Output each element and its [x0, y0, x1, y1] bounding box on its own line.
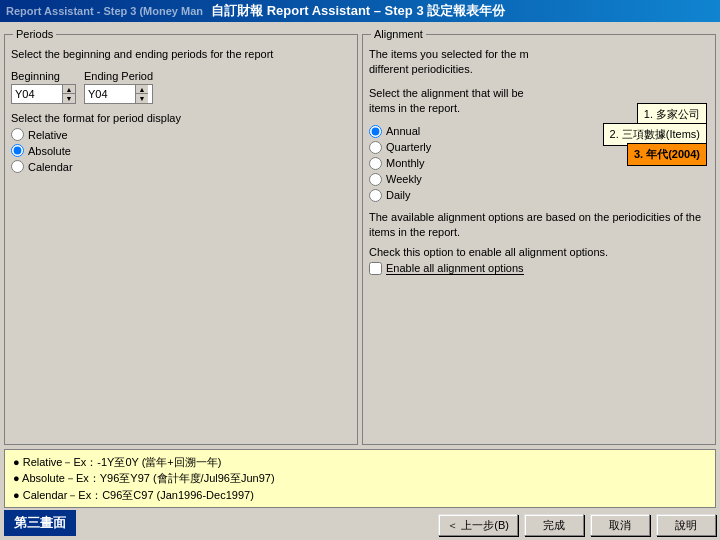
check-description: Check this option to enable all alignmen… [369, 246, 709, 258]
beginning-spin-up[interactable]: ▲ [63, 85, 75, 94]
title-left: Report Assistant - Step 3 (Money Man [6, 5, 203, 17]
help-button[interactable]: 說明 [656, 514, 716, 536]
avail-text: The available alignment options are base… [369, 210, 709, 241]
alignment-description: The items you selected for the mdifferen… [369, 47, 709, 78]
annual-label[interactable]: Annual [386, 125, 420, 137]
title-right: 自訂財報 Report Assistant – Step 3 設定報表年份 [211, 2, 505, 20]
format-label: Select the format for period display [11, 112, 351, 124]
info-area: ● Relative－Ex：-1Y至0Y (當年+回溯一年) ● Absolut… [4, 449, 716, 509]
relative-radio[interactable] [11, 128, 24, 141]
info-row-2: ● Absolute－Ex：Y96至Y97 (會計年度/Jul96至Jun97) [13, 470, 707, 487]
corner-label: 第三畫面 [4, 510, 76, 536]
back-button[interactable]: ＜ 上一步(B) [438, 514, 518, 536]
daily-label[interactable]: Daily [386, 189, 410, 201]
info-row-1: ● Relative－Ex：-1Y至0Y (當年+回溯一年) [13, 454, 707, 471]
quarterly-radio[interactable] [369, 141, 382, 154]
absolute-radio[interactable] [11, 144, 24, 157]
beginning-spin-down[interactable]: ▼ [63, 94, 75, 103]
beginning-input[interactable] [12, 85, 62, 103]
annual-radio[interactable] [369, 125, 382, 138]
ending-label: Ending Period [84, 70, 153, 82]
cancel-button[interactable]: 取消 [590, 514, 650, 536]
button-row: ＜ 上一步(B) 完成 取消 說明 [4, 514, 716, 536]
ending-spin-up[interactable]: ▲ [136, 85, 148, 94]
calendar-label[interactable]: Calendar [28, 161, 73, 173]
absolute-label[interactable]: Absolute [28, 145, 71, 157]
ending-input[interactable] [85, 85, 135, 103]
ending-spin-down[interactable]: ▼ [136, 94, 148, 103]
weekly-radio[interactable] [369, 173, 382, 186]
monthly-radio[interactable] [369, 157, 382, 170]
enable-all-label[interactable]: Enable all alignment options [386, 262, 524, 275]
periods-description: Select the beginning and ending periods … [11, 47, 351, 62]
periods-panel-title: Periods [13, 28, 56, 40]
format-radio-group: Relative Absolute Calendar [11, 128, 351, 173]
quarterly-label[interactable]: Quarterly [386, 141, 431, 153]
daily-radio[interactable] [369, 189, 382, 202]
finish-button[interactable]: 完成 [524, 514, 584, 536]
monthly-label[interactable]: Monthly [386, 157, 425, 169]
enable-all-checkbox[interactable] [369, 262, 382, 275]
info-row-3: ● Calendar－Ex：C96至C97 (Jan1996-Dec1997) [13, 487, 707, 504]
relative-label[interactable]: Relative [28, 129, 68, 141]
weekly-label[interactable]: Weekly [386, 173, 422, 185]
alignment-panel-title: Alignment [371, 28, 426, 40]
calendar-radio[interactable] [11, 160, 24, 173]
beginning-label: Beginning [11, 70, 76, 82]
tooltip-3: 3. 年代(2004) [627, 143, 707, 166]
